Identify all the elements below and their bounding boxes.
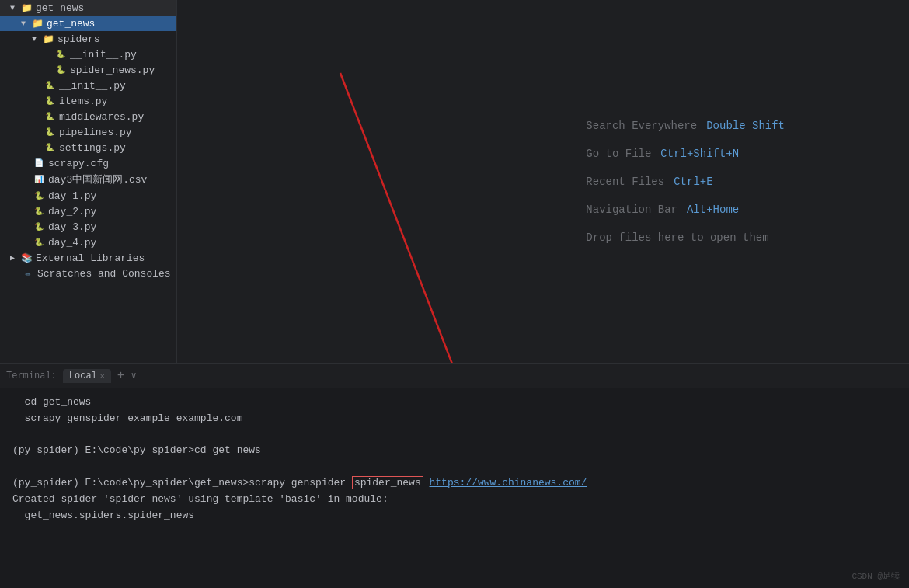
hint-keys: Alt+Home — [687, 204, 739, 216]
sidebar-item-label: day_4.py — [48, 237, 96, 249]
hint-label: Navigation Bar — [586, 204, 677, 216]
terminal-tab-local[interactable]: Local ✕ — [63, 369, 111, 383]
sidebar-item-label: spider_news.py — [70, 64, 155, 76]
sidebar-item-scrapy-cfg[interactable]: 📄 scrapy.cfg — [0, 155, 176, 171]
py-icon: 🐍 — [33, 236, 45, 249]
csv-icon: 📊 — [33, 173, 45, 186]
hint-keys: Ctrl+E — [674, 176, 712, 188]
py-icon: 🐍 — [54, 64, 67, 76]
hint-drop-files: Drop files here to open them — [586, 231, 785, 244]
watermark: CSDN @足犊 — [852, 570, 900, 582]
sidebar-item-csv[interactable]: 📊 day3中国新闻网.csv — [0, 171, 176, 188]
sidebar: ▼ 📁 get_news ▼ 📁 get_news ▼ 📁 spiders 🐍 … — [0, 0, 177, 363]
hint-goto-file: Go to File Ctrl+Shift+N — [586, 148, 785, 160]
py-icon: 🐍 — [44, 126, 56, 138]
spacer-icon — [28, 126, 40, 138]
term-line: (py_spider) E:\code\py_spider>cd get_new… — [12, 443, 897, 459]
sidebar-item-day1[interactable]: 🐍 day_1.py — [0, 188, 176, 204]
arrow-icon: ▶ — [6, 252, 19, 264]
sidebar-item-get-news[interactable]: ▼ 📁 get_news — [0, 16, 176, 31]
folder-icon: 📁 — [20, 2, 33, 14]
sidebar-item-settings[interactable]: 🐍 settings.py — [0, 140, 176, 155]
hint-keys: Double Shift — [706, 120, 785, 132]
spacer-icon — [28, 79, 40, 92]
term-blank — [12, 459, 897, 475]
arrow-icon: ▼ — [17, 17, 30, 30]
cfg-icon: 📄 — [33, 157, 45, 169]
term-line: Created spider 'spider_news' using templ… — [12, 492, 897, 508]
spacer-icon — [28, 110, 40, 123]
hint-nav-bar: Navigation Bar Alt+Home — [586, 204, 785, 216]
py-icon: 🐍 — [54, 48, 67, 61]
spacer-icon — [17, 221, 30, 233]
sidebar-item-spiders[interactable]: ▼ 📁 spiders — [0, 31, 176, 47]
terminal-add-button[interactable]: + — [114, 369, 128, 383]
sidebar-item-day3[interactable]: 🐍 day_3.py — [0, 219, 176, 235]
ext-icon: 📚 — [20, 252, 33, 264]
term-line: cd get_news — [12, 395, 897, 411]
terminal-chevron-button[interactable]: ∨ — [131, 370, 136, 381]
spacer-icon — [28, 95, 40, 107]
sidebar-item-label: day_3.py — [48, 221, 96, 233]
hint-label: Drop files here to open them — [586, 231, 768, 244]
arrow-icon: ▼ — [6, 2, 19, 14]
sidebar-item-label: scrapy.cfg — [48, 158, 109, 169]
terminal-tab-bar: Terminal: Local ✕ + ∨ — [0, 364, 909, 388]
arrow-icon: ▼ — [28, 33, 40, 45]
sidebar-item-label: pipelines.py — [59, 127, 132, 138]
py-icon: 🐍 — [33, 205, 45, 217]
sidebar-item-init[interactable]: 🐍 __init__.py — [0, 78, 176, 93]
spacer-icon — [17, 205, 30, 217]
term-blank — [12, 427, 897, 444]
sidebar-item-middlewares[interactable]: 🐍 middlewares.py — [0, 109, 176, 124]
sidebar-item-label: middlewares.py — [59, 111, 144, 123]
sidebar-item-external-libraries[interactable]: ▶ 📚 External Libraries — [0, 250, 176, 266]
hint-keys: Ctrl+Shift+N — [660, 148, 739, 160]
terminal-tab-name: Local — [69, 371, 97, 381]
sidebar-item-scratches[interactable]: ✏️ Scratches and Consoles — [0, 266, 176, 281]
scratch-icon: ✏️ — [22, 267, 34, 280]
hint-search-everywhere: Search Everywhere Double Shift — [586, 120, 785, 132]
sidebar-item-init-spider[interactable]: 🐍 __init__.py — [0, 47, 176, 62]
sidebar-item-day4[interactable]: 🐍 day_4.py — [0, 235, 176, 250]
spacer-icon — [17, 236, 30, 249]
hint-recent-files: Recent Files Ctrl+E — [586, 176, 785, 188]
sidebar-item-pipelines[interactable]: 🐍 pipelines.py — [0, 124, 176, 140]
sidebar-item-label: day_2.py — [48, 206, 96, 217]
red-arrow-overlay — [177, 0, 909, 363]
sidebar-item-label: get_news — [47, 18, 95, 30]
terminal-area: Terminal: Local ✕ + ∨ cd get_news scrapy… — [0, 363, 909, 588]
py-icon: 🐍 — [33, 190, 45, 202]
sidebar-item-label: items.py — [59, 96, 107, 107]
spacer-icon — [17, 190, 30, 202]
sidebar-item-label: __init__.py — [59, 80, 126, 92]
china-news-link[interactable]: https://www.chinanews.com/ — [430, 477, 587, 489]
py-icon: 🐍 — [44, 141, 56, 154]
term-line: scrapy genspider example example.com — [12, 411, 897, 427]
spacer-icon — [6, 267, 19, 280]
spacer-icon — [17, 173, 30, 186]
terminal-tab-close[interactable]: ✕ — [100, 371, 105, 381]
sidebar-item-items[interactable]: 🐍 items.py — [0, 93, 176, 109]
sidebar-item-spider-news[interactable]: 🐍 spider_news.py — [0, 62, 176, 78]
py-icon: 🐍 — [44, 79, 56, 92]
py-icon: 🐍 — [44, 95, 56, 107]
editor-hints: Search Everywhere Double Shift Go to Fil… — [586, 120, 785, 244]
py-icon: 🐍 — [33, 221, 45, 233]
spacer-icon — [39, 64, 51, 76]
term-line: get_news.spiders.spider_news — [12, 508, 897, 524]
sidebar-item-label: Scratches and Consoles — [37, 268, 171, 280]
sidebar-item-label: day3中国新闻网.csv — [48, 172, 147, 186]
sidebar-item-label: get_news — [36, 2, 84, 14]
sidebar-item-day2[interactable]: 🐍 day_2.py — [0, 204, 176, 219]
hint-label: Recent Files — [586, 176, 664, 188]
sidebar-item-get-news-root[interactable]: ▼ 📁 get_news — [0, 0, 176, 16]
term-line-highlight: (py_spider) E:\code\py_spider\get_news>s… — [12, 475, 897, 492]
folder-icon: 📁 — [42, 33, 54, 45]
svg-line-1 — [340, 73, 503, 363]
spacer-icon — [28, 141, 40, 154]
terminal-content: cd get_news scrapy genspider example exa… — [0, 388, 909, 588]
terminal-label: Terminal: — [6, 371, 57, 381]
sidebar-item-label: External Libraries — [36, 252, 145, 264]
py-icon: 🐍 — [44, 110, 56, 123]
